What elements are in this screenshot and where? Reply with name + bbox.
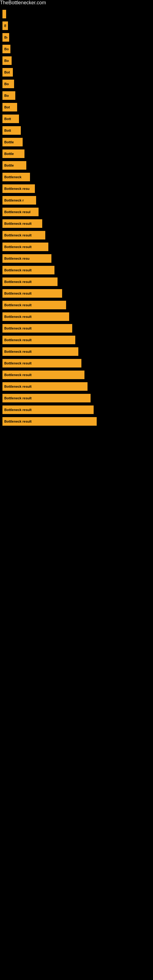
bar-item: Bottleneck result [2, 382, 88, 391]
bar-label: Bottleneck resu [4, 257, 30, 260]
bar-item: B [2, 10, 6, 18]
bar-row: Bottleneck result [0, 323, 153, 334]
bar-item: Bottleneck result [2, 301, 66, 309]
bar-row: Bot [0, 102, 153, 113]
bar-label: B [4, 24, 6, 27]
bar-label: Bottleneck result [4, 315, 32, 318]
bar-row: Bottleneck result [0, 416, 153, 427]
bar-row: Bo [0, 32, 153, 43]
bar-row: B [0, 20, 153, 31]
bar-row: Bottleneck result [0, 404, 153, 415]
bar-row: Bottleneck resu [0, 253, 153, 264]
bar-label: Bottleneck result [4, 408, 32, 412]
bar-item: Bottleneck resu [2, 254, 51, 263]
bar-label: Bottleneck r [4, 199, 24, 202]
bar-label: Bott [4, 129, 11, 132]
bar-label: Bott [4, 117, 11, 121]
bar-item: Bo [2, 91, 15, 100]
bar-row: Bottle [0, 160, 153, 171]
bar-label: Bottle [4, 152, 14, 156]
bar-row: Bottleneck result [0, 241, 153, 252]
bar-item: Bottleneck resu [2, 185, 35, 193]
bar-row: Bottleneck result [0, 334, 153, 345]
bar-label: Bot [4, 70, 10, 74]
bar-row: Bottleneck result [0, 346, 153, 357]
bar-item: Bottleneck result [2, 243, 48, 251]
bar-label: Bottleneck result [4, 385, 32, 388]
bar-row: Bottleneck result [0, 218, 153, 229]
bar-label: Bo [4, 47, 9, 51]
bar-item: Bott [2, 126, 21, 135]
bar-row: Bottleneck result [0, 230, 153, 241]
bar-item: Bottleneck result [2, 359, 81, 368]
bar-row: B [0, 9, 153, 20]
bar-item: Bottle [2, 161, 26, 170]
bar-label: Bottleneck result [4, 420, 32, 423]
bar-label: Bottleneck result [4, 268, 32, 272]
bar-label: Bottleneck result [4, 291, 32, 295]
bar-row: Bottleneck result [0, 393, 153, 404]
bar-label: Bottleneck resu [4, 187, 30, 191]
bar-label: Bo [4, 35, 7, 39]
bar-item: Bottleneck result [2, 406, 94, 414]
bar-item: Bottleneck result [2, 289, 62, 298]
bar-label: Bo [4, 82, 9, 86]
bar-row: Bot [0, 67, 153, 78]
bar-item: Bottleneck result [2, 417, 97, 426]
bar-label: Bo [4, 94, 9, 97]
bar-row: Bo [0, 90, 153, 101]
bar-label: Bottleneck result [4, 338, 32, 342]
bar-label: Bottleneck result [4, 303, 32, 307]
bar-item: Bo [2, 56, 12, 65]
bar-row: Bo [0, 43, 153, 54]
bar-row: Bottleneck result [0, 381, 153, 392]
bar-label: Bottleneck [4, 175, 21, 179]
bar-item: Bottleneck r [2, 196, 36, 205]
bar-item: B [2, 21, 8, 30]
bar-row: Bottleneck result [0, 311, 153, 322]
bar-item: Bottleneck result [2, 277, 57, 286]
bar-row: Bottleneck r [0, 195, 153, 206]
bar-label: Bottleneck resul [4, 210, 30, 214]
bar-item: Bottleneck result [2, 394, 91, 402]
bar-label: Bottleneck result [4, 373, 32, 377]
bar-label: Bo [4, 59, 9, 62]
bar-row: Bottleneck result [0, 358, 153, 369]
bar-row: Bottleneck result [0, 369, 153, 380]
bar-item: Bottleneck result [2, 336, 75, 344]
bar-item: Bo [2, 80, 14, 88]
bar-row: Bottle [0, 148, 153, 159]
bar-item: Bot [2, 103, 17, 111]
bar-row: Bott [0, 125, 153, 136]
bar-label: Bot [4, 105, 10, 109]
bar-item: Bottleneck result [2, 324, 72, 332]
bar-label: Bottleneck result [4, 245, 32, 249]
bar-label: Bottleneck result [4, 233, 32, 237]
bars-container: BBBoBoBoBotBoBoBotBottBottBottleBottleBo… [0, 5, 153, 431]
site-title: TheBottlenecker.com [0, 0, 46, 8]
bar-label: Bottleneck result [4, 350, 32, 353]
bar-label: Bottle [4, 140, 14, 144]
bar-item: Bottle [2, 150, 24, 158]
bar-label: Bottleneck result [4, 326, 32, 330]
bar-item: Bottle [2, 138, 22, 146]
bar-item: Bottleneck result [2, 219, 42, 228]
bar-row: Bottleneck result [0, 276, 153, 287]
bar-row: Bo [0, 55, 153, 66]
bar-item: Bottleneck result [2, 231, 45, 240]
bar-item: Bot [2, 68, 13, 76]
bar-row: Bottle [0, 137, 153, 148]
bar-item: Bottleneck result [2, 312, 69, 321]
bar-label: Bottle [4, 164, 14, 167]
bar-item: Bottleneck result [2, 347, 78, 356]
bar-item: Bott [2, 115, 19, 123]
bar-label: Bottleneck result [4, 280, 32, 283]
bar-row: Bo [0, 78, 153, 89]
bar-item: Bottleneck resul [2, 208, 38, 216]
bar-row: Bottleneck [0, 172, 153, 183]
bar-item: Bo [2, 45, 10, 53]
bar-label: Bottleneck result [4, 222, 32, 225]
bar-row: Bottleneck result [0, 288, 153, 299]
bar-row: Bottleneck result [0, 265, 153, 275]
bar-row: Bottleneck resul [0, 207, 153, 218]
